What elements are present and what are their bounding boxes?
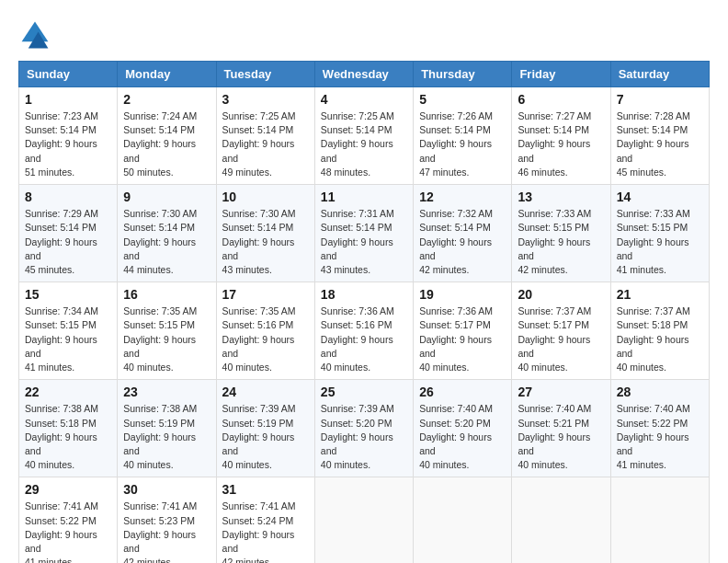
calendar-cell: 26Sunrise: 7:40 AMSunset: 5:20 PMDayligh…: [414, 380, 512, 477]
day-number: 16: [123, 287, 210, 302]
calendar-cell: 9Sunrise: 7:30 AMSunset: 5:14 PMDaylight…: [118, 185, 216, 282]
cell-content: Sunrise: 7:25 AMSunset: 5:14 PMDaylight:…: [222, 109, 309, 179]
page-header: [18, 18, 710, 52]
day-number: 6: [518, 92, 604, 107]
day-number: 1: [25, 92, 111, 107]
cell-content: Sunrise: 7:41 AMSunset: 5:24 PMDaylight:…: [222, 500, 309, 563]
day-number: 18: [321, 287, 407, 302]
day-number: 26: [419, 385, 506, 399]
cell-content: Sunrise: 7:26 AMSunset: 5:14 PMDaylight:…: [419, 109, 506, 179]
cell-content: Sunrise: 7:40 AMSunset: 5:22 PMDaylight:…: [617, 402, 703, 472]
calendar-cell: 16Sunrise: 7:35 AMSunset: 5:15 PMDayligh…: [118, 282, 216, 380]
cell-content: Sunrise: 7:23 AMSunset: 5:14 PMDaylight:…: [25, 109, 111, 179]
calendar-cell: 20Sunrise: 7:37 AMSunset: 5:17 PMDayligh…: [512, 282, 610, 380]
day-number: 24: [222, 385, 309, 399]
calendar-cell: 18Sunrise: 7:36 AMSunset: 5:16 PMDayligh…: [314, 282, 413, 380]
calendar-cell: 25Sunrise: 7:39 AMSunset: 5:20 PMDayligh…: [314, 380, 413, 477]
cell-content: Sunrise: 7:40 AMSunset: 5:21 PMDaylight:…: [518, 402, 604, 472]
cell-content: Sunrise: 7:40 AMSunset: 5:20 PMDaylight:…: [419, 402, 506, 472]
day-number: 29: [25, 482, 111, 497]
cell-content: Sunrise: 7:41 AMSunset: 5:23 PMDaylight:…: [123, 500, 210, 563]
cell-content: Sunrise: 7:37 AMSunset: 5:17 PMDaylight:…: [518, 304, 604, 374]
logo: [18, 18, 57, 52]
calendar-cell: 29Sunrise: 7:41 AMSunset: 5:22 PMDayligh…: [19, 477, 118, 563]
weekday-header-friday: Friday: [512, 62, 610, 87]
day-number: 2: [123, 92, 210, 107]
cell-content: Sunrise: 7:33 AMSunset: 5:15 PMDaylight:…: [518, 207, 604, 277]
day-number: 8: [25, 190, 111, 204]
cell-content: Sunrise: 7:27 AMSunset: 5:14 PMDaylight:…: [518, 109, 604, 179]
cell-content: Sunrise: 7:32 AMSunset: 5:14 PMDaylight:…: [419, 207, 506, 277]
calendar-cell: 30Sunrise: 7:41 AMSunset: 5:23 PMDayligh…: [118, 477, 216, 563]
calendar-cell: 27Sunrise: 7:40 AMSunset: 5:21 PMDayligh…: [512, 380, 610, 477]
calendar-cell: 13Sunrise: 7:33 AMSunset: 5:15 PMDayligh…: [512, 185, 610, 282]
calendar-cell: 28Sunrise: 7:40 AMSunset: 5:22 PMDayligh…: [610, 380, 709, 477]
cell-content: Sunrise: 7:24 AMSunset: 5:14 PMDaylight:…: [123, 109, 210, 179]
calendar-cell: 10Sunrise: 7:30 AMSunset: 5:14 PMDayligh…: [216, 185, 314, 282]
day-number: 5: [419, 92, 506, 107]
cell-content: Sunrise: 7:38 AMSunset: 5:19 PMDaylight:…: [123, 402, 210, 472]
cell-content: Sunrise: 7:34 AMSunset: 5:15 PMDaylight:…: [25, 304, 111, 374]
weekday-header-sunday: Sunday: [19, 62, 118, 87]
cell-content: Sunrise: 7:35 AMSunset: 5:16 PMDaylight:…: [222, 304, 309, 374]
cell-content: Sunrise: 7:38 AMSunset: 5:18 PMDaylight:…: [25, 402, 111, 472]
cell-content: Sunrise: 7:29 AMSunset: 5:14 PMDaylight:…: [25, 207, 111, 277]
calendar-cell: 24Sunrise: 7:39 AMSunset: 5:19 PMDayligh…: [216, 380, 314, 477]
calendar-cell: 14Sunrise: 7:33 AMSunset: 5:15 PMDayligh…: [610, 185, 709, 282]
calendar-cell: 12Sunrise: 7:32 AMSunset: 5:14 PMDayligh…: [414, 185, 512, 282]
calendar-cell: 17Sunrise: 7:35 AMSunset: 5:16 PMDayligh…: [216, 282, 314, 380]
weekday-header-saturday: Saturday: [610, 62, 709, 87]
calendar-cell: 23Sunrise: 7:38 AMSunset: 5:19 PMDayligh…: [118, 380, 216, 477]
weekday-header-monday: Monday: [118, 62, 216, 87]
day-number: 13: [518, 190, 604, 204]
calendar-cell: [610, 477, 709, 563]
cell-content: Sunrise: 7:30 AMSunset: 5:14 PMDaylight:…: [123, 207, 210, 277]
day-number: 21: [617, 287, 703, 302]
calendar-cell: 6Sunrise: 7:27 AMSunset: 5:14 PMDaylight…: [512, 87, 610, 185]
calendar-cell: 22Sunrise: 7:38 AMSunset: 5:18 PMDayligh…: [19, 380, 118, 477]
calendar-cell: 1Sunrise: 7:23 AMSunset: 5:14 PMDaylight…: [19, 87, 118, 185]
cell-content: Sunrise: 7:39 AMSunset: 5:20 PMDaylight:…: [321, 402, 407, 472]
calendar-cell: 4Sunrise: 7:25 AMSunset: 5:14 PMDaylight…: [314, 87, 413, 185]
calendar-cell: [512, 477, 610, 563]
day-number: 31: [222, 482, 309, 497]
cell-content: Sunrise: 7:25 AMSunset: 5:14 PMDaylight:…: [321, 109, 407, 179]
calendar-cell: 19Sunrise: 7:36 AMSunset: 5:17 PMDayligh…: [414, 282, 512, 380]
calendar-cell: 15Sunrise: 7:34 AMSunset: 5:15 PMDayligh…: [19, 282, 118, 380]
logo-icon: [18, 18, 51, 52]
cell-content: Sunrise: 7:33 AMSunset: 5:15 PMDaylight:…: [617, 207, 703, 277]
cell-content: Sunrise: 7:36 AMSunset: 5:17 PMDaylight:…: [419, 304, 506, 374]
calendar-cell: 8Sunrise: 7:29 AMSunset: 5:14 PMDaylight…: [19, 185, 118, 282]
cell-content: Sunrise: 7:41 AMSunset: 5:22 PMDaylight:…: [25, 500, 111, 563]
calendar-cell: 3Sunrise: 7:25 AMSunset: 5:14 PMDaylight…: [216, 87, 314, 185]
cell-content: Sunrise: 7:30 AMSunset: 5:14 PMDaylight:…: [222, 207, 309, 277]
day-number: 28: [617, 385, 703, 399]
calendar-table: SundayMondayTuesdayWednesdayThursdayFrid…: [18, 61, 710, 563]
calendar-cell: 21Sunrise: 7:37 AMSunset: 5:18 PMDayligh…: [610, 282, 709, 380]
calendar-cell: [414, 477, 512, 563]
day-number: 27: [518, 385, 604, 399]
day-number: 10: [222, 190, 309, 204]
day-number: 3: [222, 92, 309, 107]
day-number: 9: [123, 190, 210, 204]
calendar-cell: 5Sunrise: 7:26 AMSunset: 5:14 PMDaylight…: [414, 87, 512, 185]
day-number: 22: [25, 385, 111, 399]
day-number: 7: [617, 92, 703, 107]
day-number: 17: [222, 287, 309, 302]
day-number: 11: [321, 190, 407, 204]
cell-content: Sunrise: 7:36 AMSunset: 5:16 PMDaylight:…: [321, 304, 407, 374]
day-number: 20: [518, 287, 604, 302]
day-number: 19: [419, 287, 506, 302]
cell-content: Sunrise: 7:31 AMSunset: 5:14 PMDaylight:…: [321, 207, 407, 277]
cell-content: Sunrise: 7:35 AMSunset: 5:15 PMDaylight:…: [123, 304, 210, 374]
day-number: 12: [419, 190, 506, 204]
day-number: 23: [123, 385, 210, 399]
day-number: 15: [25, 287, 111, 302]
weekday-header-thursday: Thursday: [414, 62, 512, 87]
day-number: 30: [123, 482, 210, 497]
weekday-header-wednesday: Wednesday: [314, 62, 413, 87]
weekday-header-tuesday: Tuesday: [216, 62, 314, 87]
calendar-cell: [314, 477, 413, 563]
calendar-cell: 11Sunrise: 7:31 AMSunset: 5:14 PMDayligh…: [314, 185, 413, 282]
cell-content: Sunrise: 7:37 AMSunset: 5:18 PMDaylight:…: [617, 304, 703, 374]
